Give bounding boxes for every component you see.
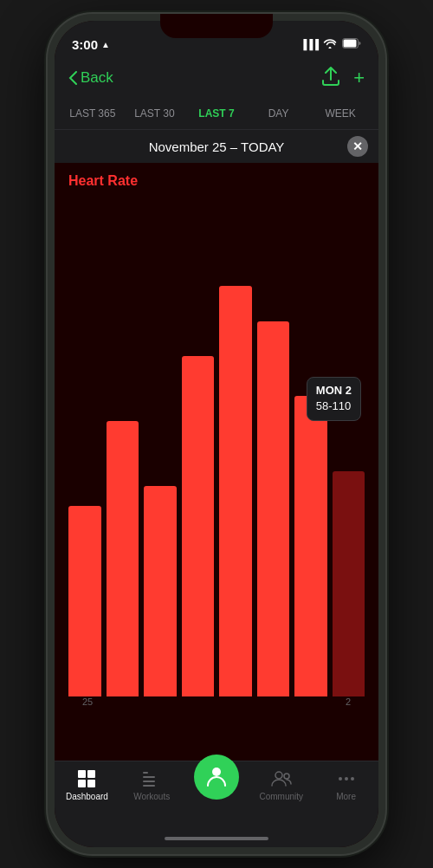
bar-col-3 xyxy=(182,196,215,696)
bar-3 xyxy=(182,356,215,696)
tab-bar: Dashboard Workouts xyxy=(55,761,378,830)
upload-button[interactable] xyxy=(322,67,339,90)
bar-col-2 xyxy=(144,196,177,696)
chart-container: MON 2 58-110 25 2 xyxy=(68,196,365,714)
home-indicator xyxy=(55,830,378,847)
tab-label-community: Community xyxy=(260,792,304,801)
phone-frame: 3:00 ▲ ▐▐▐ xyxy=(48,14,385,854)
back-button[interactable]: Back xyxy=(68,69,113,87)
status-time: 3:00 ▲ xyxy=(72,37,110,52)
bars-wrapper xyxy=(68,196,365,714)
bar-6 xyxy=(294,396,327,696)
bar-col-7 xyxy=(333,196,365,696)
home-bar xyxy=(165,837,268,840)
bar-1 xyxy=(107,421,139,696)
time-tabs: LAST 365 LAST 30 LAST 7 DAY WEEK xyxy=(55,97,378,130)
community-icon xyxy=(271,768,292,789)
center-fab[interactable] xyxy=(184,755,249,800)
battery-icon xyxy=(342,38,361,51)
bar-2 xyxy=(144,486,177,696)
phone-screen: 3:00 ▲ ▐▐▐ xyxy=(55,21,378,847)
tab-last30[interactable]: LAST 30 xyxy=(124,102,186,125)
bar-0 xyxy=(68,506,101,696)
tab-last7[interactable]: LAST 7 xyxy=(185,102,248,125)
nav-bar: Back + xyxy=(55,59,378,97)
dashboard-icon xyxy=(76,768,97,789)
bar-col-0 xyxy=(68,196,101,696)
bar-5 xyxy=(257,321,290,697)
bottom-label-right: 2 xyxy=(346,696,351,707)
tooltip: MON 2 58-110 xyxy=(307,377,361,420)
svg-point-2 xyxy=(212,768,221,776)
tab-week[interactable]: WEEK xyxy=(309,102,372,125)
back-label: Back xyxy=(81,69,113,87)
tab-item-dashboard[interactable]: Dashboard xyxy=(55,768,120,801)
tab-day[interactable]: DAY xyxy=(248,102,310,125)
bar-col-6 xyxy=(294,196,327,696)
person-icon xyxy=(204,765,229,789)
svg-point-4 xyxy=(284,774,289,779)
signal-icon: ▐▐▐ xyxy=(301,39,318,49)
tab-last365[interactable]: LAST 365 xyxy=(61,102,124,125)
bar-col-1 xyxy=(107,196,139,696)
tab-label-dashboard: Dashboard xyxy=(66,792,108,801)
tab-label-workouts: Workouts xyxy=(133,792,170,801)
workouts-icon xyxy=(141,768,162,789)
fab-button[interactable] xyxy=(194,755,239,800)
close-button[interactable]: ✕ xyxy=(347,136,368,157)
more-icon xyxy=(336,768,357,789)
bar-4 xyxy=(219,286,252,696)
date-header: November 25 – TODAY ✕ xyxy=(55,130,378,163)
nav-actions: + xyxy=(322,67,365,90)
tab-item-community[interactable]: Community xyxy=(249,768,313,801)
svg-rect-1 xyxy=(344,39,357,47)
chart-bottom-labels: 25 2 xyxy=(82,696,351,707)
tab-item-more[interactable]: More xyxy=(313,768,378,801)
tab-label-more: More xyxy=(336,792,356,801)
svg-point-3 xyxy=(275,772,282,779)
time-display: 3:00 xyxy=(72,37,98,52)
notch xyxy=(160,14,273,38)
bar-7 xyxy=(333,471,365,696)
chart-area: Heart Rate MON 2 58-110 25 2 xyxy=(55,163,378,761)
bar-col-4 xyxy=(219,196,252,696)
date-label: November 25 – TODAY xyxy=(86,139,347,154)
bar-col-5 xyxy=(257,196,290,696)
wifi-icon xyxy=(323,38,337,51)
add-button[interactable]: + xyxy=(353,67,365,89)
chart-title: Heart Rate xyxy=(68,173,365,189)
tooltip-day: MON 2 xyxy=(316,383,352,398)
bottom-label-left: 25 xyxy=(82,696,93,707)
location-icon: ▲ xyxy=(101,40,110,49)
tooltip-range: 58-110 xyxy=(316,398,352,414)
tab-item-workouts[interactable]: Workouts xyxy=(120,768,184,801)
status-icons: ▐▐▐ xyxy=(301,38,361,51)
